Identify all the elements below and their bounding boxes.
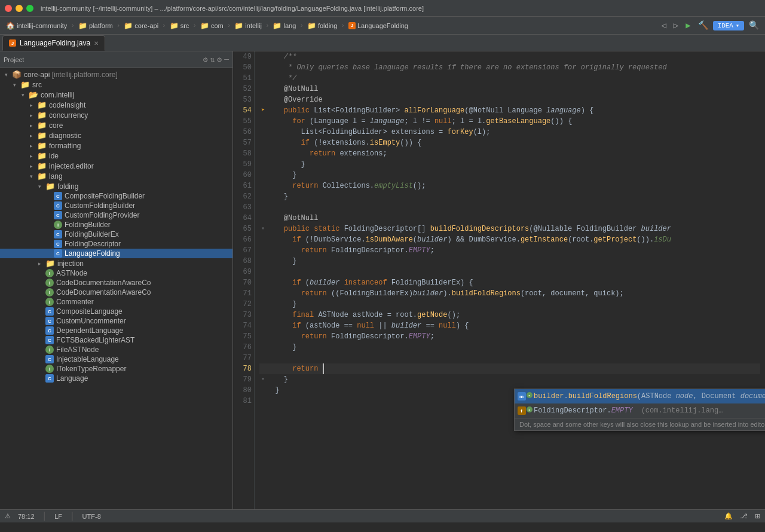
- fold-marker-54[interactable]: ➤: [259, 105, 267, 116]
- status-indent-icon[interactable]: ⊞: [755, 512, 760, 520]
- class-icon-language: C: [45, 374, 54, 383]
- class-icon-language-folding: C: [54, 249, 62, 258]
- class-icon-injectable: C: [45, 355, 54, 363]
- tabbar: J LanguageFolding.java ✕: [0, 35, 765, 51]
- autocomplete-item-1[interactable]: m • builder.buildFoldRegions(ASTNode nod…: [515, 389, 765, 403]
- class-icon-folding-ex: C: [54, 230, 62, 239]
- tree-item-language[interactable]: C Language: [0, 374, 232, 383]
- sidebar-gear-icon[interactable]: ⚙: [217, 55, 222, 65]
- folder-icon: 📁: [307, 22, 316, 30]
- interface-icon-itoken: I: [45, 365, 54, 373]
- nav-file[interactable]: J LanguageFolding: [346, 21, 411, 30]
- tree-item-commenter[interactable]: I Commenter: [0, 297, 232, 307]
- tree-item-composite-folding[interactable]: C CompositeFoldingBuilder: [0, 191, 232, 201]
- tree-arrow-formatting: [27, 142, 35, 149]
- build-button[interactable]: 🔨: [696, 19, 711, 32]
- search-button[interactable]: 🔍: [746, 19, 761, 32]
- close-button[interactable]: [5, 5, 12, 12]
- tree-arrow-folding: [36, 183, 43, 190]
- tree-item-dependent-language[interactable]: C DependentLanguage: [0, 326, 232, 335]
- tree-item-itoken[interactable]: I ITokenTypeRemapper: [0, 364, 232, 374]
- nav-project[interactable]: 🏠 intellij-community: [4, 20, 69, 31]
- tree-item-core-api[interactable]: 📦 core-api [intellij.platform.core]: [0, 69, 232, 80]
- status-notifications-icon[interactable]: 🔔: [724, 512, 733, 520]
- fold-marker-79[interactable]: ▾: [259, 374, 267, 385]
- editor[interactable]: 49 50 51 52 53 54 55 56 57 58 59 60 61 6…: [233, 51, 765, 509]
- back-button[interactable]: ◁: [659, 19, 668, 32]
- tree-item-com-intellij[interactable]: 📂 com.intellij: [0, 90, 232, 100]
- nav-platform[interactable]: 📁 platform: [76, 20, 115, 31]
- minimize-button[interactable]: [16, 5, 23, 12]
- src-icon: 📁: [20, 80, 30, 89]
- fold-marker-65[interactable]: ▾: [259, 224, 267, 234]
- status-encoding[interactable]: UTF-8: [82, 513, 101, 520]
- nav-com[interactable]: 📁 com: [198, 20, 226, 31]
- class-icon-custom-builder: C: [54, 201, 62, 210]
- tab-label: LanguageFolding.java: [20, 39, 90, 47]
- nav-core-api[interactable]: 📁 core-api: [121, 20, 161, 31]
- ac-item-2-name: FoldingDescriptor.EMPTY: [534, 406, 633, 415]
- tab-close-button[interactable]: ✕: [94, 40, 99, 47]
- tree-item-injected-editor[interactable]: 📁 injected.editor: [0, 161, 232, 171]
- code-line-59: }: [259, 159, 760, 170]
- tree-item-lang[interactable]: 📁 lang: [0, 171, 232, 181]
- tree-item-custom-folding-builder[interactable]: C CustomFoldingBuilder: [0, 201, 232, 210]
- tree-item-folding-builder[interactable]: I FoldingBuilder: [0, 220, 232, 230]
- sidebar-settings-icon[interactable]: ⚙: [203, 55, 208, 65]
- tree-arrow-src: [11, 81, 18, 88]
- tree-item-custom-folding-provider[interactable]: C CustomFoldingProvider: [0, 210, 232, 220]
- autocomplete-popup[interactable]: m • builder.buildFoldRegions(ASTNode nod…: [514, 389, 765, 431]
- code-line-58: return extensions;: [259, 148, 760, 159]
- run-button[interactable]: ▶: [683, 19, 693, 32]
- code-line-69: [259, 267, 760, 277]
- tree-item-composite-language[interactable]: C CompositeLanguage: [0, 307, 232, 316]
- tree-item-folding-builder-ex[interactable]: C FoldingBuilderEx: [0, 230, 232, 239]
- autocomplete-item-2[interactable]: f • FoldingDescriptor.EMPTY (com.intelli…: [515, 403, 765, 418]
- code-line-53: @Override: [259, 94, 760, 105]
- tree-item-astnode[interactable]: I ASTNode: [0, 268, 232, 278]
- nav-project-label: intellij-community: [17, 22, 67, 29]
- tree-item-ide[interactable]: 📁 ide: [0, 151, 232, 161]
- sidebar-sort-icon[interactable]: ⇅: [210, 55, 215, 65]
- status-git-icon[interactable]: ⎇: [740, 512, 748, 520]
- status-line-ending[interactable]: LF: [54, 513, 62, 520]
- tab-language-folding[interactable]: J LanguageFolding.java ✕: [2, 35, 105, 51]
- run-config-button[interactable]: IDEA ▾: [713, 21, 744, 30]
- tree-item-file-astnode[interactable]: I FileASTNode: [0, 345, 232, 354]
- tree-label-dependent-language: DependentLanguage: [56, 326, 123, 335]
- tree-item-code-doc-2[interactable]: I CodeDocumentationAwareCo: [0, 288, 232, 297]
- tree-item-diagnostic[interactable]: 📁 diagnostic: [0, 130, 232, 140]
- tree-arrow-injected: [27, 163, 35, 170]
- code-content[interactable]: /** * Only queries base language results…: [255, 51, 765, 509]
- tree-item-code-doc-1[interactable]: I CodeDocumentationAwareCo: [0, 278, 232, 288]
- tree-item-codeinsight[interactable]: 📁 codeInsight: [0, 100, 232, 110]
- status-position[interactable]: 78:12: [18, 513, 35, 520]
- tree-item-fcts[interactable]: C FCTSBackedLighterAST: [0, 335, 232, 345]
- tree-item-injectable[interactable]: C InjectableLanguage: [0, 354, 232, 364]
- nav-lang[interactable]: 📁 lang: [270, 20, 298, 31]
- class-icon-custom-uncomment: C: [45, 317, 54, 325]
- tree-item-core[interactable]: 📁 core: [0, 120, 232, 130]
- tree-item-injection[interactable]: 📁 injection: [0, 258, 232, 268]
- nav-src[interactable]: 📁 src: [167, 20, 192, 31]
- tree-item-concurrency[interactable]: 📁 concurrency: [0, 110, 232, 120]
- tree-item-language-folding[interactable]: C LanguageFolding: [0, 249, 232, 258]
- class-icon-fcts: C: [45, 336, 54, 344]
- folder-icon-core: 📁: [37, 121, 47, 130]
- tree-item-formatting[interactable]: 📁 formatting: [0, 140, 232, 151]
- tree-item-folding[interactable]: 📁 folding: [0, 181, 232, 191]
- sidebar-close-icon[interactable]: —: [224, 55, 229, 65]
- forward-button[interactable]: ▷: [671, 19, 681, 32]
- nav-file-label: LanguageFolding: [357, 22, 408, 29]
- maximize-button[interactable]: [26, 5, 33, 12]
- nav-intellij[interactable]: 📁 intellij: [232, 20, 264, 31]
- nav-folding[interactable]: 📁 folding: [305, 20, 339, 31]
- folder-icon: 📁: [234, 22, 243, 30]
- ac-hint-text: Dot, space and some other keys will also…: [519, 421, 765, 428]
- fold-marker-49[interactable]: [259, 51, 267, 62]
- status-problems-icon[interactable]: ⚠: [5, 512, 11, 520]
- tree-item-src[interactable]: 📁 src: [0, 80, 232, 90]
- tree-item-custom-uncommenter[interactable]: C CustomUncommenter: [0, 316, 232, 326]
- tree-item-folding-descriptor[interactable]: C FoldingDescriptor: [0, 239, 232, 249]
- nav-actions: ◁ ▷ ▶ 🔨 IDEA ▾ 🔍: [659, 19, 761, 32]
